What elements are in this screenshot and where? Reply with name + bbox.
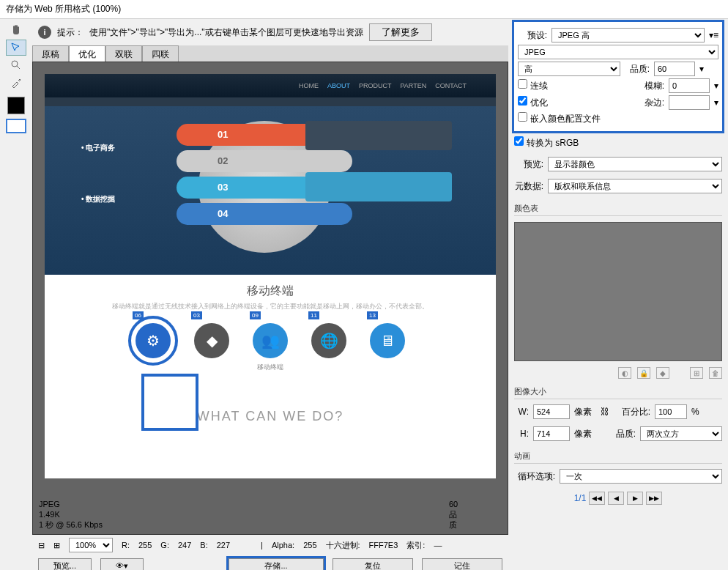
tab-optimized[interactable]: 优化 <box>69 45 105 62</box>
b-label: B: <box>200 541 207 549</box>
animation-title: 动画 <box>514 451 722 464</box>
width-input[interactable] <box>533 404 570 419</box>
globe-icon: 🌐11 <box>311 323 346 358</box>
hint-text: 使用"文件">"导出">"导出为..."或右键单击某个图层可更快速地导出资源 <box>89 26 363 39</box>
trash-icon[interactable]: 🗑 <box>709 367 722 379</box>
action-row: 预览... 👁▾ 存储... 复位 记住 <box>32 555 508 570</box>
chevron-down-icon[interactable]: ▾ <box>714 81 718 91</box>
window-title: 存储为 Web 所用格式 (100%) <box>0 0 728 19</box>
hex-label: 十六进制: <box>326 540 360 551</box>
height-input[interactable] <box>533 426 570 441</box>
preview-canvas[interactable]: HOME ABOUT PRODUCT PARTEN CONTACT 01 02 … <box>45 74 496 478</box>
eyedropper-tool[interactable] <box>6 75 26 91</box>
plus-icon[interactable]: ⊞ <box>53 541 60 550</box>
slice-visibility-toggle[interactable] <box>6 119 26 133</box>
save-button[interactable]: 存储... <box>229 558 324 570</box>
progressive-checkbox[interactable] <box>518 79 527 89</box>
format-select[interactable]: JPEG <box>518 45 718 59</box>
convert-srgb-label: 转换为 sRGB <box>527 138 579 148</box>
percent-unit: % <box>691 407 699 417</box>
hint-label: 提示： <box>57 26 83 39</box>
hand-tool[interactable] <box>6 22 26 38</box>
g-value: 247 <box>178 541 191 549</box>
slice-row: ⚙06 ◆03 👥09 🌐11 🖥13 <box>45 323 496 358</box>
loop-label: 循环选项: <box>514 470 555 483</box>
carousel-title: 移动终端 <box>45 275 496 302</box>
matte-input[interactable] <box>669 95 710 110</box>
carousel-sub: 移动终端就是通过无线技术接入到网络上的终端设备，它的主要功能就是移动上网，移动办… <box>45 302 496 311</box>
color-readout-row: ⊟ ⊞ 100% R:255 G:247 B:227 | Alpha:255 十… <box>32 535 508 555</box>
side-tag-2: • 数据挖掘 <box>81 194 184 204</box>
zoom-select[interactable]: 100% <box>69 538 113 552</box>
mock-nav: HOME ABOUT PRODUCT PARTEN CONTACT <box>45 74 496 97</box>
monitor-icon: 🖥13 <box>370 323 405 358</box>
selected-slice-highlight <box>141 374 198 431</box>
optimized-checkbox[interactable] <box>518 96 527 106</box>
preset-select[interactable]: JPEG 高 <box>551 28 705 42</box>
info-quality: 60 品质 <box>449 499 458 530</box>
first-frame-button[interactable]: ◀◀ <box>589 492 605 505</box>
right-card-2 <box>305 172 452 201</box>
link-icon[interactable]: ⛓ <box>601 407 609 417</box>
preview-profile-label: 预览: <box>514 158 543 171</box>
preset-menu-icon[interactable]: ▾≡ <box>709 30 718 40</box>
percent-input[interactable] <box>655 404 687 419</box>
last-frame-button[interactable]: ▶▶ <box>646 492 662 505</box>
foreground-color-swatch[interactable] <box>7 97 25 114</box>
color-table-toolbar: ◐ 🔒 ◆ ⊞ 🗑 <box>514 367 722 379</box>
metadata-label: 元数据: <box>514 180 543 193</box>
color-table-title: 颜色表 <box>514 203 722 216</box>
preview-profile-select[interactable]: 显示器颜色 <box>548 157 722 171</box>
eyedropper-icon <box>10 77 22 89</box>
minus-icon[interactable]: ⊟ <box>38 541 45 550</box>
tab-4up[interactable]: 四联 <box>142 45 179 62</box>
g-label: G: <box>160 541 169 549</box>
zoom-icon <box>10 59 22 71</box>
cube-icon[interactable]: ◆ <box>656 367 669 379</box>
tab-original[interactable]: 原稿 <box>32 45 69 62</box>
h-unit: 像素 <box>574 428 592 440</box>
w-unit: 像素 <box>574 406 592 418</box>
blur-label: 模糊: <box>639 80 664 92</box>
zoom-tool[interactable] <box>6 57 26 73</box>
preview-tabs: 原稿 优化 双联 四联 <box>32 45 508 62</box>
prev-frame-button[interactable]: ◀ <box>608 492 624 505</box>
next-frame-button[interactable]: ▶ <box>627 492 643 505</box>
quality-label: 品质: <box>625 63 650 75</box>
matte-label: 杂边: <box>639 97 664 109</box>
learn-more-button[interactable]: 了解更多 <box>369 23 432 41</box>
hint-bar: i 提示： 使用"文件">"导出">"导出为..."或右键单击某个图层可更快速地… <box>32 19 508 45</box>
reset-button[interactable]: 复位 <box>333 558 413 570</box>
lock-icon[interactable]: 🔒 <box>637 367 650 379</box>
quality-level-select[interactable]: 高 <box>518 62 620 76</box>
optimized-label: 优化 <box>530 97 548 108</box>
left-toolbar <box>0 19 32 570</box>
remember-button[interactable]: 记住 <box>422 558 502 570</box>
optimize-settings-group: 预设: JPEG 高 ▾≡ JPEG 高 品质: ▾ 连续 模糊: ▾ 优 <box>514 22 722 131</box>
eyedropper-icon[interactable]: ◐ <box>618 367 631 379</box>
page-indicator: 1/1 <box>574 493 587 503</box>
loop-select[interactable]: 一次 <box>560 469 722 484</box>
percent-label: 百分比: <box>618 406 650 418</box>
info-speed: 1 秒 @ 56.6 Kbps <box>39 519 103 530</box>
slice-select-tool[interactable] <box>6 40 26 56</box>
quality-input[interactable] <box>654 62 695 76</box>
tab-2up[interactable]: 双联 <box>105 45 142 62</box>
preview-button[interactable]: 预览... <box>38 558 92 570</box>
chevron-down-icon[interactable]: ▾ <box>699 64 704 74</box>
blur-input[interactable] <box>669 78 710 93</box>
browser-preview-button[interactable]: 👁▾ <box>100 558 144 570</box>
info-icon: i <box>38 26 51 39</box>
chevron-down-icon[interactable]: ▾ <box>714 97 718 108</box>
convert-srgb-checkbox[interactable] <box>514 136 524 146</box>
metadata-select[interactable]: 版权和联系信息 <box>548 179 722 193</box>
color-table[interactable] <box>514 222 722 361</box>
h-label: H: <box>514 429 529 439</box>
b-value: 227 <box>217 541 230 549</box>
what-title: WHAT CAN WE DO? <box>45 409 496 424</box>
embed-profile-checkbox[interactable] <box>518 112 527 122</box>
preview-info: JPEG 1.49K 1 秒 @ 56.6 Kbps 60 品质 <box>39 499 103 530</box>
new-color-icon[interactable]: ⊞ <box>690 367 703 379</box>
preview-area: HOME ABOUT PRODUCT PARTEN CONTACT 01 02 … <box>32 62 508 535</box>
resample-select[interactable]: 两次立方 <box>640 426 722 441</box>
